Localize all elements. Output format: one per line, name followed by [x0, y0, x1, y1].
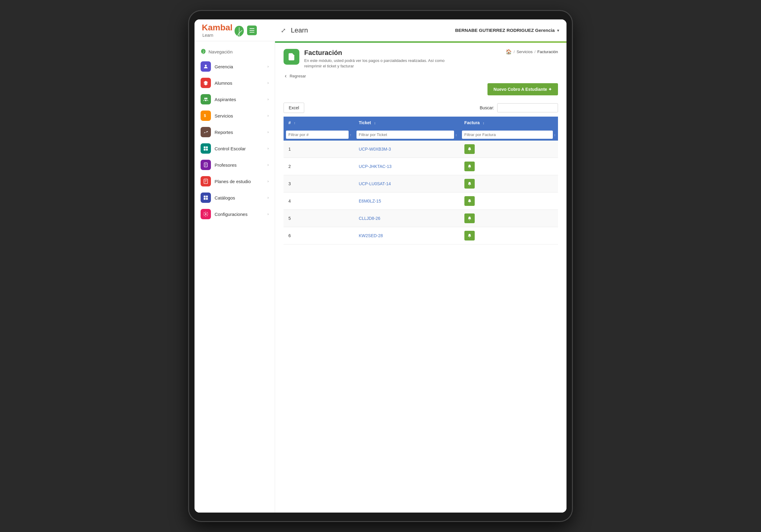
col-hash-label: #: [288, 120, 291, 125]
search-area: Buscar:: [480, 103, 558, 112]
ticket-link[interactable]: UCP-LU0SAT-14: [359, 181, 391, 186]
top-bar: Kambal Learn ⤢: [195, 20, 566, 41]
data-table: # ↑ Ticket ↕ Factura ↕: [283, 117, 558, 244]
sidebar-item-gerencia[interactable]: Gerencia ›: [195, 58, 275, 75]
catalogos-icon: [201, 192, 211, 203]
sidebar-item-label: Aspirantes: [214, 97, 264, 102]
svg-rect-17: [206, 195, 208, 197]
cell-ticket: E6M0LZ-15: [354, 192, 459, 210]
cell-num: 4: [283, 192, 354, 210]
main-layout: Navegación Gerencia › Alumnos ›: [195, 41, 566, 512]
sidebar-item-configuraciones[interactable]: Configuraciones ›: [195, 206, 275, 222]
sidebar-item-control-escolar[interactable]: Control Escolar ›: [195, 140, 275, 157]
profesores-icon: [201, 160, 211, 170]
factura-button[interactable]: [464, 213, 475, 223]
nav-leaf-icon: [201, 49, 206, 55]
device-screen: Kambal Learn ⤢: [195, 20, 566, 512]
ticket-link[interactable]: UCP-JHKTAC-13: [359, 164, 392, 169]
sidebar-item-label: Catálogos: [214, 195, 264, 200]
table-row: 2 UCP-JHKTAC-13: [283, 158, 558, 175]
module-title: Facturación: [304, 49, 450, 57]
hamburger-button[interactable]: [247, 26, 257, 35]
page-header-left: Facturación En este módulo, usted podrá …: [283, 49, 450, 69]
svg-point-1: [204, 97, 206, 99]
sidebar-item-label: Reportes: [214, 130, 264, 135]
svg-rect-5: [206, 146, 208, 148]
svg-rect-18: [204, 198, 205, 200]
content-area: Facturación En este módulo, usted podrá …: [275, 41, 566, 512]
sort-icon: ↕: [374, 121, 376, 125]
svg-rect-16: [204, 195, 205, 197]
factura-button[interactable]: [464, 179, 475, 188]
filter-sort-icon: ↕: [455, 133, 457, 136]
cell-ticket: UCP-W0XB3M-3: [354, 140, 459, 158]
sidebar-item-profesores[interactable]: Profesores ›: [195, 157, 275, 173]
col-header-hash[interactable]: # ↑: [283, 117, 354, 129]
cell-factura: [459, 175, 558, 192]
excel-button[interactable]: Excel: [283, 103, 304, 113]
svg-point-20: [205, 213, 207, 215]
hamburger-line: [250, 28, 254, 29]
chevron-right-icon: ›: [267, 81, 269, 85]
search-input[interactable]: [497, 103, 558, 112]
col-header-factura[interactable]: Factura ↕: [459, 117, 558, 129]
chevron-down-icon: ▾: [557, 28, 559, 33]
chevron-right-icon: ›: [267, 97, 269, 101]
svg-point-2: [206, 97, 207, 99]
nav-label: Navegación: [195, 46, 275, 58]
factura-button[interactable]: [464, 196, 475, 206]
svg-rect-19: [206, 198, 208, 200]
user-menu[interactable]: BERNABE GUTIERREZ RODRIGUEZ Gerencia ▾: [455, 27, 559, 33]
top-center: ⤢ Learn: [281, 27, 455, 34]
factura-button[interactable]: [464, 231, 475, 240]
factura-button[interactable]: [464, 162, 475, 171]
filter-factura-input[interactable]: [462, 131, 553, 139]
chevron-right-icon: ›: [267, 212, 269, 216]
breadcrumb-home-icon[interactable]: 🏠: [506, 49, 512, 55]
factura-button[interactable]: [464, 144, 475, 154]
filter-hash-input[interactable]: [286, 131, 349, 139]
configuraciones-icon: [201, 209, 211, 219]
cell-factura: [459, 192, 558, 210]
filter-ticket-input[interactable]: [357, 131, 454, 139]
sidebar-item-alumnos[interactable]: Alumnos ›: [195, 75, 275, 91]
ticket-link[interactable]: KW2SED-28: [359, 233, 383, 238]
aspirantes-icon: [201, 94, 211, 104]
sidebar-item-aspirantes[interactable]: Aspirantes ›: [195, 91, 275, 107]
ticket-link[interactable]: UCP-W0XB3M-3: [359, 147, 391, 151]
sidebar-item-reportes[interactable]: Reportes ›: [195, 124, 275, 140]
logo-text: Kambal: [202, 24, 232, 32]
col-ticket-label: Ticket: [359, 120, 371, 125]
table-row: 5 CLLJD8-26: [283, 210, 558, 227]
sidebar-item-label: Configuraciones: [214, 212, 264, 217]
expand-icon[interactable]: ⤢: [281, 27, 286, 34]
table-body: 1 UCP-W0XB3M-3 2 UCP-JHKTAC-13 3 UCP-LU0…: [283, 140, 558, 244]
module-description: En este módulo, usted podrá ver los pago…: [304, 58, 450, 69]
sidebar-item-catalogos[interactable]: Catálogos ›: [195, 189, 275, 206]
table-row: 3 UCP-LU0SAT-14: [283, 175, 558, 192]
ticket-link[interactable]: E6M0LZ-15: [359, 199, 381, 203]
cell-factura: [459, 140, 558, 158]
breadcrumb-parent[interactable]: Servicios: [517, 49, 533, 54]
svg-rect-12: [204, 179, 207, 184]
search-label: Buscar:: [480, 105, 494, 110]
module-info: Facturación En este módulo, usted podrá …: [304, 49, 450, 69]
ticket-link[interactable]: CLLJD8-26: [359, 216, 380, 221]
back-link[interactable]: Regresar: [275, 74, 566, 83]
nav-section-label: Navegación: [208, 49, 232, 54]
col-header-ticket[interactable]: Ticket ↕: [354, 117, 459, 129]
cell-num: 3: [283, 175, 354, 192]
logo-sub: Learn: [203, 33, 232, 37]
hamburger-line: [250, 32, 254, 32]
cell-factura: [459, 210, 558, 227]
sidebar-item-servicios[interactable]: $ Servicios ›: [195, 107, 275, 124]
cell-factura: [459, 158, 558, 175]
cell-ticket: UCP-LU0SAT-14: [354, 175, 459, 192]
content-inner: Facturación En este módulo, usted podrá …: [275, 41, 566, 512]
cell-factura: [459, 227, 558, 244]
breadcrumb: 🏠 / Servicios / Facturación: [506, 49, 558, 55]
sidebar-item-planes-estudio[interactable]: Planes de estudio ›: [195, 173, 275, 189]
cell-num: 5: [283, 210, 354, 227]
new-cobro-button[interactable]: Nuevo Cobro A Estudiante ✦: [488, 83, 558, 95]
filter-row: ↑ ↕: [283, 129, 558, 140]
